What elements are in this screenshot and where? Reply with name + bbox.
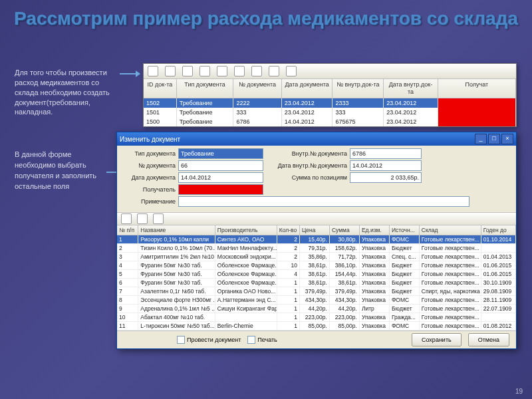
- label-type: Тип документа: [122, 150, 178, 157]
- table-row[interactable]: 1502Требование222223.04.2012233323.04.20…: [144, 98, 516, 108]
- label-prim: Примечание: [122, 198, 178, 205]
- table-row[interactable]: 4Фурагин 50мг №30 таб.Оболенское Фармаце…: [117, 261, 516, 270]
- table-row[interactable]: 6Фурагин 50мг №30 таб.Оболенское Фармаце…: [117, 279, 516, 287]
- items-grid[interactable]: № п/пНазваниеПроизводительКол-воЦенаСумм…: [117, 225, 516, 331]
- column-header[interactable]: Ед.изм.: [360, 225, 390, 235]
- window-titlebar[interactable]: Изменить документ _ □ ×: [117, 132, 516, 146]
- table-row[interactable]: 9Адреналина 0,1% 1мл №5 ...Сишуи Ксиранг…: [117, 305, 516, 313]
- open-icon[interactable]: [165, 66, 176, 76]
- label-pol: Получатель: [122, 186, 178, 193]
- document-form: Тип документаТребование Внутр.№ документ…: [117, 146, 516, 212]
- save-button[interactable]: Сохранить: [412, 333, 462, 346]
- arrow-icon: [120, 73, 140, 74]
- find-icon[interactable]: [153, 213, 164, 224]
- column-header[interactable]: Дата документа: [282, 79, 333, 98]
- table-row[interactable]: 3Амитриптилин 1% 2мл №10 а...Московский …: [117, 253, 516, 261]
- vnutr-field[interactable]: 6786: [350, 148, 422, 159]
- column-header[interactable]: Годен до: [481, 225, 516, 235]
- num-field[interactable]: 66: [178, 160, 263, 171]
- delete-row-icon[interactable]: [137, 213, 148, 224]
- column-header[interactable]: Сумма: [330, 225, 360, 235]
- add-row-icon[interactable]: [121, 213, 132, 224]
- note-field[interactable]: [178, 196, 469, 207]
- slide-title: Рассмотрим пример расхода медикаментов с…: [0, 8, 532, 29]
- recipient-field[interactable]: .: [178, 184, 263, 195]
- print-icon[interactable]: [251, 66, 262, 76]
- column-header[interactable]: № документа: [233, 79, 281, 98]
- label-summa: Сумма по позициям: [274, 174, 350, 181]
- table-row[interactable]: 1501Требование33323.04.201233323.04.2012…: [144, 108, 516, 117]
- table-row[interactable]: 7Азалептин 0,1г №50 таб.Органика ОАО Нов…: [117, 287, 516, 296]
- label-vnutr: Внутр.№ документа: [274, 150, 350, 157]
- table-row[interactable]: 2Тизин Ксило 0,1% 10мл (70...МакНил Минл…: [117, 244, 516, 253]
- label-datavn: Дата внутр.№ документа: [274, 162, 350, 169]
- edit-document-window: Изменить документ _ □ × Тип документаТре…: [116, 132, 517, 349]
- label-num: № документа: [122, 162, 178, 169]
- table-row[interactable]: 5Фурагин 50мг №30 таб.Оболенское Фармаце…: [117, 270, 516, 279]
- description-2: В данной форме необходимо выбрать получа…: [15, 150, 108, 192]
- document-list-window: ID док-таТип документа№ документаДата до…: [143, 63, 517, 127]
- button-bar: Провести документ Печать Сохранить Отмен…: [117, 331, 516, 348]
- column-header[interactable]: Производитель: [215, 225, 277, 235]
- table-row[interactable]: 1500Требование678614.04.201267567523.04.…: [144, 117, 516, 126]
- column-header[interactable]: № внутр.док-та: [332, 79, 384, 98]
- grid-toolbar: [117, 212, 516, 225]
- column-header[interactable]: Источн...: [390, 225, 420, 235]
- column-header[interactable]: Цена: [300, 225, 330, 235]
- table-row[interactable]: 10Абактал 400мг №10 таб.1223,00р.223,00р…: [117, 313, 516, 322]
- table-row[interactable]: 8Эссенциале форте Н300мг ...А.Наттерманн…: [117, 296, 516, 305]
- document-grid[interactable]: ID док-таТип документа№ документаДата до…: [144, 79, 516, 126]
- export-icon[interactable]: [200, 66, 210, 76]
- column-header[interactable]: Получат: [438, 79, 516, 98]
- help-icon[interactable]: [286, 66, 297, 76]
- post-checkbox[interactable]: [177, 336, 185, 344]
- new-icon[interactable]: [148, 66, 158, 76]
- column-header[interactable]: ID док-та: [144, 79, 177, 98]
- type-field[interactable]: Требование: [178, 148, 263, 159]
- post-label: Провести документ: [187, 336, 241, 343]
- table-row[interactable]: 1Риоорус 0,1% 10мл каплиСинтез АКО, ОАО2…: [117, 235, 516, 244]
- maximize-button[interactable]: □: [488, 134, 500, 144]
- column-header[interactable]: Тип документа: [177, 79, 234, 98]
- minimize-button[interactable]: _: [475, 134, 487, 144]
- delete-icon[interactable]: [217, 66, 227, 76]
- label-data: Дата документа: [122, 174, 178, 181]
- window-title: Изменить документ: [120, 136, 180, 143]
- print-checkbox[interactable]: [247, 336, 255, 344]
- preview-icon[interactable]: [269, 66, 279, 76]
- table-row[interactable]: 11L-тироксин 50мкг №50 таб...Berlin-Chem…: [117, 322, 516, 331]
- column-header[interactable]: Кол-во: [277, 225, 300, 235]
- save-icon[interactable]: [182, 66, 193, 76]
- toolbar: [144, 64, 516, 79]
- close-button[interactable]: ×: [501, 134, 513, 144]
- column-header[interactable]: № п/п: [117, 225, 138, 235]
- datavn-field[interactable]: 14.04.2012: [350, 160, 422, 171]
- print-label: Печать: [257, 336, 277, 343]
- data-field[interactable]: 14.04.2012: [178, 172, 263, 183]
- summa-field: 2 033,65р.: [350, 172, 422, 183]
- column-header[interactable]: Дата внутр.док-та: [384, 79, 438, 98]
- refresh-icon[interactable]: [234, 66, 245, 76]
- description-1: Для того чтобы произвести расход медикам…: [15, 68, 118, 117]
- column-header[interactable]: Склад: [420, 225, 481, 235]
- slide-number: 19: [515, 388, 523, 395]
- cancel-button[interactable]: Отмена: [468, 333, 509, 346]
- column-header[interactable]: Название: [138, 225, 215, 235]
